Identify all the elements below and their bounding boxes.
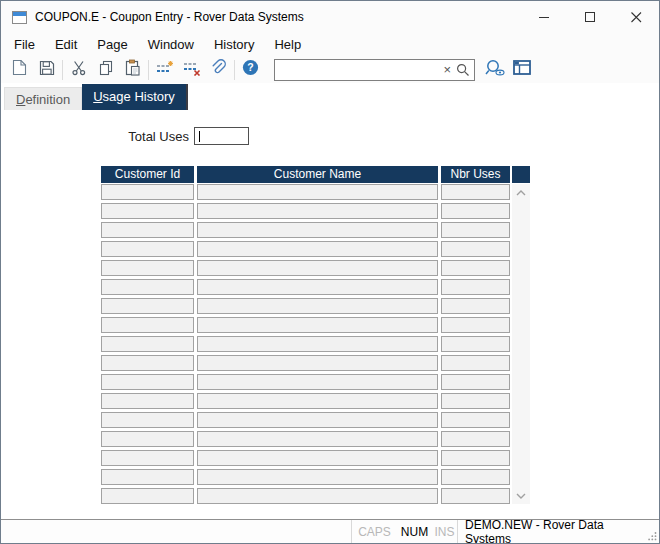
table-row	[101, 298, 513, 314]
table-row	[101, 431, 513, 447]
save-button[interactable]	[33, 58, 60, 82]
menu-item-window[interactable]: Window	[138, 35, 204, 54]
find-record-button[interactable]	[481, 58, 508, 82]
table-cell[interactable]	[441, 222, 510, 238]
menu-item-help[interactable]: Help	[264, 35, 311, 54]
table-cell[interactable]	[197, 431, 438, 447]
attachment-button[interactable]	[205, 58, 232, 82]
table-cell[interactable]	[101, 336, 194, 352]
tab-bar: DefinitionUsage History	[4, 84, 186, 110]
text-caret	[199, 131, 200, 142]
table-cell[interactable]	[197, 374, 438, 390]
table-row	[101, 279, 513, 295]
table-cell[interactable]	[197, 298, 438, 314]
search-magnifier-icon[interactable]	[456, 63, 470, 81]
table-cell[interactable]	[197, 412, 438, 428]
table-cell[interactable]	[101, 279, 194, 295]
table-cell[interactable]	[101, 222, 194, 238]
table-row	[101, 317, 513, 333]
help-button[interactable]: ?	[237, 58, 264, 82]
table-cell[interactable]	[441, 450, 510, 466]
table-row	[101, 393, 513, 409]
menu-bar: FileEditPageWindowHistoryHelp	[1, 33, 659, 56]
grid-header-customer-id: Customer Id	[101, 166, 194, 183]
grid-header-corner	[512, 166, 530, 183]
close-button[interactable]	[613, 1, 659, 33]
table-cell[interactable]	[197, 336, 438, 352]
table-cell[interactable]	[441, 469, 510, 485]
tab-usage-history[interactable]: Usage History	[82, 84, 186, 110]
scroll-up-icon[interactable]	[512, 184, 530, 201]
table-cell[interactable]	[441, 298, 510, 314]
table-cell[interactable]	[101, 260, 194, 276]
new-document-button[interactable]	[6, 58, 33, 82]
window-title: COUPON.E - Coupon Entry - Rover Data Sys…	[35, 10, 304, 24]
table-cell[interactable]	[101, 450, 194, 466]
table-cell[interactable]	[101, 488, 194, 504]
table-cell[interactable]	[101, 298, 194, 314]
paste-button[interactable]	[119, 58, 146, 82]
table-row	[101, 241, 513, 257]
table-cell[interactable]	[197, 469, 438, 485]
toolbar: ? ×	[1, 56, 659, 83]
table-cell[interactable]	[101, 241, 194, 257]
table-cell[interactable]	[441, 203, 510, 219]
table-cell[interactable]	[101, 469, 194, 485]
app-icon	[12, 11, 27, 24]
table-cell[interactable]	[441, 393, 510, 409]
table-cell[interactable]	[441, 184, 510, 200]
table-cell[interactable]	[197, 203, 438, 219]
grid-vertical-scrollbar[interactable]	[512, 184, 530, 504]
table-cell[interactable]	[197, 317, 438, 333]
cut-button[interactable]	[65, 58, 92, 82]
browse-layout-button[interactable]	[508, 58, 535, 82]
table-cell[interactable]	[101, 431, 194, 447]
insert-row-button[interactable]	[151, 58, 178, 82]
status-num-indicator: NUM	[397, 520, 432, 543]
table-cell[interactable]	[441, 317, 510, 333]
tab-definition[interactable]: Definition	[4, 87, 82, 110]
menu-item-file[interactable]: File	[4, 35, 45, 54]
table-cell[interactable]	[197, 184, 438, 200]
table-cell[interactable]	[441, 241, 510, 257]
copy-icon	[98, 60, 114, 80]
table-cell[interactable]	[101, 412, 194, 428]
search-clear-icon[interactable]: ×	[443, 62, 451, 78]
delete-row-button[interactable]	[178, 58, 205, 82]
table-cell[interactable]	[197, 355, 438, 371]
table-cell[interactable]	[441, 355, 510, 371]
copy-button[interactable]	[92, 58, 119, 82]
table-cell[interactable]	[441, 431, 510, 447]
table-cell[interactable]	[101, 393, 194, 409]
menu-item-page[interactable]: Page	[87, 35, 137, 54]
menu-item-history[interactable]: History	[204, 35, 264, 54]
status-message: DEMO.NEW - Rover Data Systems	[458, 520, 646, 543]
scroll-down-icon[interactable]	[512, 487, 530, 504]
table-cell[interactable]	[101, 203, 194, 219]
table-cell[interactable]	[441, 279, 510, 295]
table-cell[interactable]	[441, 412, 510, 428]
table-cell[interactable]	[101, 317, 194, 333]
table-cell[interactable]	[197, 241, 438, 257]
table-cell[interactable]	[441, 336, 510, 352]
table-cell[interactable]	[101, 374, 194, 390]
total-uses-label: Total Uses	[1, 129, 189, 144]
table-cell[interactable]	[197, 260, 438, 276]
table-cell[interactable]	[101, 184, 194, 200]
table-cell[interactable]	[441, 260, 510, 276]
table-cell[interactable]	[101, 355, 194, 371]
table-cell[interactable]	[197, 222, 438, 238]
total-uses-input[interactable]	[194, 127, 249, 145]
table-cell[interactable]	[197, 488, 438, 504]
minimize-button[interactable]	[521, 1, 567, 33]
table-cell[interactable]	[441, 488, 510, 504]
find-record-icon	[485, 59, 505, 81]
resize-grip[interactable]	[646, 520, 659, 543]
table-cell[interactable]	[441, 374, 510, 390]
table-cell[interactable]	[197, 279, 438, 295]
table-cell[interactable]	[197, 393, 438, 409]
maximize-button[interactable]	[567, 1, 613, 33]
status-bar: CAPS NUM INS DEMO.NEW - Rover Data Syste…	[1, 519, 659, 543]
table-cell[interactable]	[197, 450, 438, 466]
menu-item-edit[interactable]: Edit	[45, 35, 87, 54]
